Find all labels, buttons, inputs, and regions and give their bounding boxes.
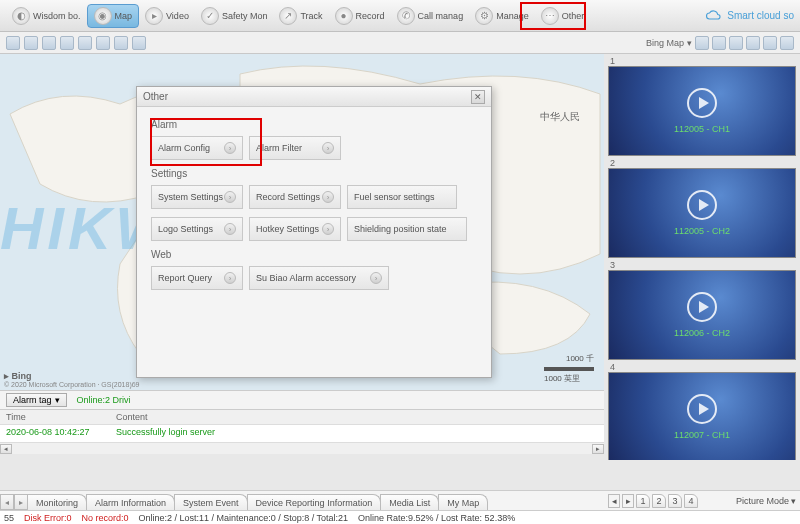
- chevron-right-icon: ›: [370, 272, 382, 284]
- map-scale: 1000 千 1000 英里: [544, 353, 594, 384]
- camera-icon[interactable]: [729, 36, 743, 50]
- status-counts: Online:2 / Lost:11 / Maintenance:0 / Sto…: [139, 513, 348, 523]
- topbtn-map[interactable]: ◉Map: [87, 4, 140, 28]
- log-row[interactable]: 2020-06-08 10:42:27Successfully login se…: [0, 425, 604, 439]
- dialog-titlebar[interactable]: Other ✕: [137, 87, 491, 107]
- page-4[interactable]: 4: [684, 494, 698, 508]
- brand: Smart cloud so: [705, 10, 794, 22]
- status-no-record: No record:0: [82, 513, 129, 523]
- topbtn-safety[interactable]: ✓Safety Mon: [195, 5, 274, 27]
- thumb-2[interactable]: 2112005 - CH2: [608, 158, 796, 258]
- tab-device-reporting[interactable]: Device Reporting Information: [247, 494, 382, 510]
- search-icon[interactable]: [114, 36, 128, 50]
- alarm-filter-button[interactable]: Alarm Filter›: [249, 136, 341, 160]
- report-query-button[interactable]: Report Query›: [151, 266, 243, 290]
- topbtn-other[interactable]: ⋯Other: [535, 5, 591, 27]
- system-settings-button[interactable]: System Settings›: [151, 185, 243, 209]
- topbtn-wisdom[interactable]: ◐Wisdom bo.: [6, 5, 87, 27]
- chevron-right-icon: ›: [224, 191, 236, 203]
- mute-icon[interactable]: [746, 36, 760, 50]
- alarm-tag-dropdown[interactable]: Alarm tag ▾: [6, 393, 67, 407]
- thumb-1[interactable]: 1112005 - CH1: [608, 56, 796, 156]
- refresh-icon[interactable]: [6, 36, 20, 50]
- map-china-label: 中华人民: [540, 110, 580, 124]
- phone-icon: ✆: [397, 7, 415, 25]
- pic-nav-right[interactable]: ▸: [622, 494, 634, 508]
- dialog-title: Other: [143, 91, 168, 102]
- chevron-down-icon: ▾: [687, 38, 692, 48]
- other-dialog: Other ✕ Alarm Alarm Config› Alarm Filter…: [136, 86, 492, 378]
- layers-icon[interactable]: [42, 36, 56, 50]
- hotkey-settings-button[interactable]: Hotkey Settings›: [249, 217, 341, 241]
- tab-nav-left[interactable]: ◂: [0, 494, 14, 510]
- close-icon[interactable]: ✕: [471, 90, 485, 104]
- chevron-right-icon: ›: [322, 191, 334, 203]
- status-disk-error: Disk Error:0: [24, 513, 72, 523]
- map-source-select[interactable]: Bing Map: [646, 38, 684, 48]
- chevron-right-icon: ›: [224, 272, 236, 284]
- col-time: Time: [0, 410, 110, 424]
- h-scrollbar[interactable]: ◂ ▸: [0, 442, 604, 454]
- record-settings-button[interactable]: Record Settings›: [249, 185, 341, 209]
- status-bar: 55 Disk Error:0 No record:0 Online:2 / L…: [0, 510, 800, 524]
- track-icon: ↗: [279, 7, 297, 25]
- chevron-right-icon: ›: [322, 142, 334, 154]
- fuel-sensor-button[interactable]: Fuel sensor settings: [347, 185, 457, 209]
- tab-system-event[interactable]: System Event: [174, 494, 248, 510]
- topbtn-record[interactable]: ●Record: [329, 5, 391, 27]
- status-rates: Online Rate:9.52% / Lost Rate: 52.38%: [358, 513, 515, 523]
- rect-icon[interactable]: [60, 36, 74, 50]
- record-icon: ●: [335, 7, 353, 25]
- page-2[interactable]: 2: [652, 494, 666, 508]
- tab-alarm-info[interactable]: Alarm Information: [86, 494, 175, 510]
- main-area: 中华人民 HIKWAY ▸ Bing © 2020 Microsoft Corp…: [0, 54, 800, 460]
- ruler-icon[interactable]: [96, 36, 110, 50]
- col-content: Content: [110, 410, 154, 424]
- zoom-icon[interactable]: [132, 36, 146, 50]
- pin-icon[interactable]: [24, 36, 38, 50]
- scroll-right-icon[interactable]: ▸: [592, 444, 604, 454]
- thumb-4[interactable]: 4112007 - CH1: [608, 362, 796, 460]
- section-alarm: Alarm: [151, 119, 477, 130]
- grid1-icon[interactable]: [695, 36, 709, 50]
- alarm-tag-row: Alarm tag ▾ Online:2 Drivi: [0, 390, 604, 410]
- tab-monitoring[interactable]: Monitoring: [27, 494, 87, 510]
- video-icon: ▸: [145, 7, 163, 25]
- shielding-button[interactable]: Shielding position state: [347, 217, 467, 241]
- bottom-tabs: ◂ ▸ Monitoring Alarm Information System …: [0, 490, 604, 510]
- logo-settings-button[interactable]: Logo Settings›: [151, 217, 243, 241]
- grid2-icon[interactable]: [712, 36, 726, 50]
- section-settings: Settings: [151, 168, 477, 179]
- shield-icon: ✓: [201, 7, 219, 25]
- globe-icon: ◐: [12, 7, 30, 25]
- chevron-right-icon: ›: [322, 223, 334, 235]
- topbtn-manage[interactable]: ⚙Manage: [469, 5, 535, 27]
- topbtn-track[interactable]: ↗Track: [273, 5, 328, 27]
- alarm-config-button[interactable]: Alarm Config›: [151, 136, 243, 160]
- picture-mode-button[interactable]: Picture Mode: [736, 496, 789, 506]
- record-mini-icon[interactable]: [763, 36, 777, 50]
- gear-icon: ⚙: [475, 7, 493, 25]
- su-biao-button[interactable]: Su Biao Alarm accessory›: [249, 266, 389, 290]
- tab-media-list[interactable]: Media List: [380, 494, 439, 510]
- expand-icon[interactable]: [780, 36, 794, 50]
- map-canvas[interactable]: 中华人民 HIKWAY ▸ Bing © 2020 Microsoft Corp…: [0, 54, 604, 390]
- scroll-left-icon[interactable]: ◂: [0, 444, 12, 454]
- pic-nav-left[interactable]: ◂: [608, 494, 620, 508]
- topbtn-video[interactable]: ▸Video: [139, 5, 195, 27]
- topbtn-call[interactable]: ✆Call manag: [391, 5, 470, 27]
- fullscreen-icon[interactable]: [78, 36, 92, 50]
- chevron-right-icon: ›: [224, 142, 236, 154]
- status-left-num: 55: [4, 513, 14, 523]
- section-web: Web: [151, 249, 477, 260]
- cloud-icon: [705, 10, 723, 22]
- play-icon: [687, 88, 717, 118]
- page-1[interactable]: 1: [636, 494, 650, 508]
- thumb-3[interactable]: 3112006 - CH2: [608, 260, 796, 360]
- map-toolbar: Bing Map▾: [0, 32, 800, 54]
- tab-nav-right[interactable]: ▸: [14, 494, 28, 510]
- page-3[interactable]: 3: [668, 494, 682, 508]
- map-icon: ◉: [94, 7, 112, 25]
- chevron-down-icon: ▾: [791, 496, 796, 506]
- tab-my-map[interactable]: My Map: [438, 494, 488, 510]
